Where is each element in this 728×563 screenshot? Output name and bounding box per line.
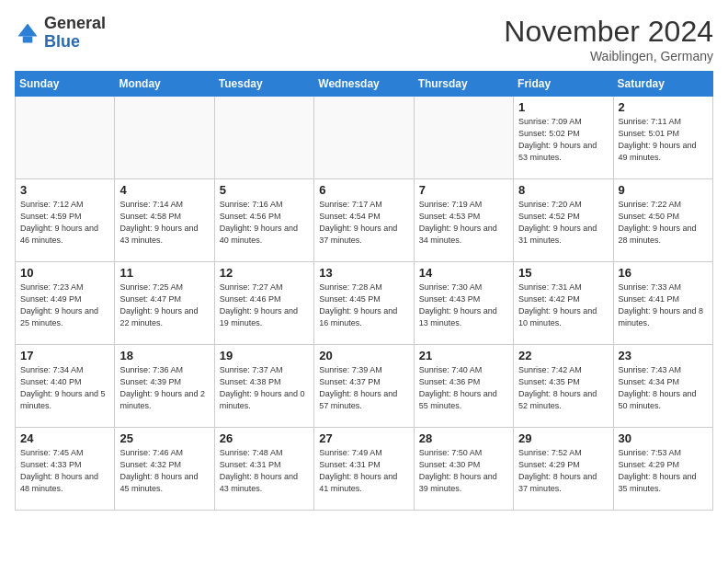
calendar-cell: 24Sunrise: 7:45 AM Sunset: 4:33 PM Dayli… [16, 428, 115, 511]
day-number: 16 [619, 266, 708, 280]
calendar-cell: 4Sunrise: 7:14 AM Sunset: 4:58 PM Daylig… [115, 179, 214, 262]
calendar-cell: 28Sunrise: 7:50 AM Sunset: 4:30 PM Dayli… [414, 428, 513, 511]
calendar-body: 1Sunrise: 7:09 AM Sunset: 5:02 PM Daylig… [16, 97, 713, 511]
day-info: Sunrise: 7:37 AM Sunset: 4:38 PM Dayligh… [220, 364, 309, 412]
calendar-week-row: 24Sunrise: 7:45 AM Sunset: 4:33 PM Dayli… [16, 428, 713, 511]
weekday-header-cell: Sunday [16, 72, 115, 97]
calendar-cell: 13Sunrise: 7:28 AM Sunset: 4:45 PM Dayli… [314, 262, 414, 345]
day-number: 18 [119, 349, 209, 362]
weekday-header-row: SundayMondayTuesdayWednesdayThursdayFrid… [16, 72, 713, 97]
day-info: Sunrise: 7:19 AM Sunset: 4:53 PM Dayligh… [419, 199, 508, 247]
calendar-cell: 29Sunrise: 7:52 AM Sunset: 4:29 PM Dayli… [514, 428, 613, 511]
day-number: 2 [619, 100, 708, 114]
calendar-cell: 17Sunrise: 7:34 AM Sunset: 4:40 PM Dayli… [16, 345, 115, 428]
day-info: Sunrise: 7:52 AM Sunset: 4:29 PM Dayligh… [518, 447, 608, 495]
logo-general-text: General [44, 14, 106, 32]
calendar-cell: 8Sunrise: 7:20 AM Sunset: 4:52 PM Daylig… [514, 179, 613, 262]
calendar-cell: 26Sunrise: 7:48 AM Sunset: 4:31 PM Dayli… [214, 428, 313, 511]
day-info: Sunrise: 7:48 AM Sunset: 4:31 PM Dayligh… [220, 447, 309, 495]
calendar-cell: 12Sunrise: 7:27 AM Sunset: 4:46 PM Dayli… [214, 262, 313, 345]
calendar-cell: 20Sunrise: 7:39 AM Sunset: 4:37 PM Dayli… [314, 345, 414, 428]
day-number: 3 [20, 183, 109, 197]
calendar-cell [115, 97, 214, 179]
calendar-week-row: 10Sunrise: 7:23 AM Sunset: 4:49 PM Dayli… [16, 262, 713, 345]
weekday-header-cell: Wednesday [314, 72, 414, 97]
logo-blue-text: Blue [44, 32, 80, 51]
calendar-cell [214, 97, 313, 179]
calendar-cell: 16Sunrise: 7:33 AM Sunset: 4:41 PM Dayli… [613, 262, 712, 345]
calendar-cell [16, 97, 115, 179]
calendar-cell: 21Sunrise: 7:40 AM Sunset: 4:36 PM Dayli… [414, 345, 513, 428]
day-number: 21 [419, 349, 508, 362]
weekday-header-cell: Thursday [414, 72, 513, 97]
day-number: 13 [319, 266, 408, 280]
calendar-cell: 5Sunrise: 7:16 AM Sunset: 4:56 PM Daylig… [214, 179, 313, 262]
calendar-cell: 30Sunrise: 7:53 AM Sunset: 4:29 PM Dayli… [613, 428, 712, 511]
day-info: Sunrise: 7:39 AM Sunset: 4:37 PM Dayligh… [319, 364, 408, 412]
calendar-table: SundayMondayTuesdayWednesdayThursdayFrid… [15, 71, 713, 511]
day-info: Sunrise: 7:11 AM Sunset: 5:01 PM Dayligh… [619, 116, 708, 164]
month-title: November 2024 [504, 15, 713, 49]
calendar-week-row: 1Sunrise: 7:09 AM Sunset: 5:02 PM Daylig… [16, 97, 713, 179]
day-number: 10 [20, 266, 109, 280]
calendar-cell: 10Sunrise: 7:23 AM Sunset: 4:49 PM Dayli… [16, 262, 115, 345]
day-info: Sunrise: 7:33 AM Sunset: 4:41 PM Dayligh… [619, 282, 708, 329]
calendar-cell [414, 97, 513, 179]
calendar-cell: 14Sunrise: 7:30 AM Sunset: 4:43 PM Dayli… [414, 262, 513, 345]
day-number: 25 [119, 431, 209, 445]
calendar-cell: 18Sunrise: 7:36 AM Sunset: 4:39 PM Dayli… [115, 345, 214, 428]
day-number: 6 [319, 183, 408, 197]
calendar-cell: 9Sunrise: 7:22 AM Sunset: 4:50 PM Daylig… [613, 179, 712, 262]
day-info: Sunrise: 7:30 AM Sunset: 4:43 PM Dayligh… [419, 282, 508, 329]
logo: General Blue [15, 15, 106, 52]
calendar-cell: 2Sunrise: 7:11 AM Sunset: 5:01 PM Daylig… [613, 97, 712, 179]
day-number: 26 [220, 431, 309, 445]
day-info: Sunrise: 7:31 AM Sunset: 4:42 PM Dayligh… [518, 282, 608, 329]
title-block: November 2024 Waiblingen, Germany [504, 15, 713, 63]
day-number: 14 [419, 266, 508, 280]
calendar-cell: 23Sunrise: 7:43 AM Sunset: 4:34 PM Dayli… [613, 345, 712, 428]
weekday-header-cell: Friday [514, 72, 613, 97]
location-subtitle: Waiblingen, Germany [504, 49, 713, 63]
day-info: Sunrise: 7:23 AM Sunset: 4:49 PM Dayligh… [20, 282, 109, 329]
calendar-cell: 19Sunrise: 7:37 AM Sunset: 4:38 PM Dayli… [214, 345, 313, 428]
calendar-cell: 6Sunrise: 7:17 AM Sunset: 4:54 PM Daylig… [314, 179, 414, 262]
calendar-cell: 3Sunrise: 7:12 AM Sunset: 4:59 PM Daylig… [16, 179, 115, 262]
day-number: 12 [220, 266, 309, 280]
day-number: 9 [619, 183, 708, 197]
day-info: Sunrise: 7:34 AM Sunset: 4:40 PM Dayligh… [20, 364, 109, 412]
day-number: 30 [619, 431, 708, 445]
day-info: Sunrise: 7:27 AM Sunset: 4:46 PM Dayligh… [220, 282, 309, 329]
day-info: Sunrise: 7:45 AM Sunset: 4:33 PM Dayligh… [20, 447, 109, 495]
day-info: Sunrise: 7:20 AM Sunset: 4:52 PM Dayligh… [518, 199, 608, 247]
day-info: Sunrise: 7:28 AM Sunset: 4:45 PM Dayligh… [319, 282, 408, 329]
day-info: Sunrise: 7:42 AM Sunset: 4:35 PM Dayligh… [518, 364, 608, 412]
svg-rect-1 [23, 36, 33, 42]
logo-icon [15, 20, 40, 46]
day-info: Sunrise: 7:49 AM Sunset: 4:31 PM Dayligh… [319, 447, 408, 495]
weekday-header-cell: Monday [115, 72, 214, 97]
calendar-cell: 7Sunrise: 7:19 AM Sunset: 4:53 PM Daylig… [414, 179, 513, 262]
day-number: 4 [119, 183, 209, 197]
day-info: Sunrise: 7:43 AM Sunset: 4:34 PM Dayligh… [619, 364, 708, 412]
day-info: Sunrise: 7:09 AM Sunset: 5:02 PM Dayligh… [518, 116, 608, 164]
day-number: 22 [518, 349, 608, 362]
day-info: Sunrise: 7:22 AM Sunset: 4:50 PM Dayligh… [619, 199, 708, 247]
day-number: 1 [518, 100, 608, 114]
day-number: 29 [518, 431, 608, 445]
day-number: 11 [119, 266, 209, 280]
day-number: 27 [319, 431, 408, 445]
day-info: Sunrise: 7:36 AM Sunset: 4:39 PM Dayligh… [119, 364, 209, 412]
day-number: 19 [220, 349, 309, 362]
day-number: 24 [20, 431, 109, 445]
day-info: Sunrise: 7:25 AM Sunset: 4:47 PM Dayligh… [119, 282, 209, 329]
day-number: 5 [220, 183, 309, 197]
day-number: 15 [518, 266, 608, 280]
day-number: 17 [20, 349, 109, 362]
day-info: Sunrise: 7:50 AM Sunset: 4:30 PM Dayligh… [419, 447, 508, 495]
calendar-cell: 27Sunrise: 7:49 AM Sunset: 4:31 PM Dayli… [314, 428, 414, 511]
day-info: Sunrise: 7:12 AM Sunset: 4:59 PM Dayligh… [20, 199, 109, 247]
day-number: 28 [419, 431, 508, 445]
day-number: 23 [619, 349, 708, 362]
day-info: Sunrise: 7:14 AM Sunset: 4:58 PM Dayligh… [119, 199, 209, 247]
